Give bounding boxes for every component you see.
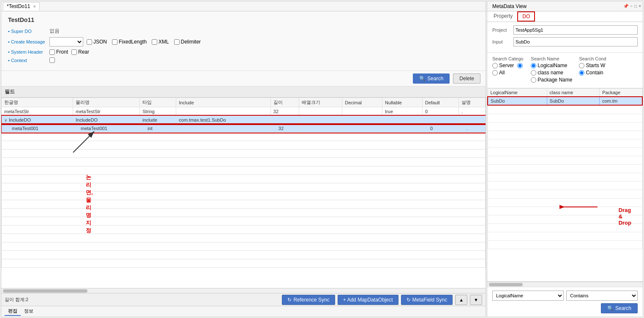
property-tab[interactable]: Property bbox=[489, 11, 517, 22]
project-input[interactable] bbox=[513, 25, 638, 35]
tab-edit[interactable]: 편집 bbox=[5, 307, 21, 316]
move-up-button[interactable]: ▲ bbox=[455, 295, 467, 305]
metafield-sync-button[interactable]: ↻ MetaField Sync bbox=[401, 295, 453, 305]
context-checkbox[interactable] bbox=[49, 57, 55, 63]
right-table-row-empty bbox=[488, 190, 642, 198]
table-row-child[interactable]: metaTest001 metaTest001 int 32 0 . bbox=[2, 124, 486, 133]
xml-checkbox[interactable]: XML bbox=[152, 39, 169, 45]
cell-nullable bbox=[382, 124, 423, 133]
right-panel: MetaData View 📌 − □ × Property DO Projec… bbox=[487, 1, 643, 317]
right-search-button[interactable]: 🔍 Search bbox=[601, 303, 638, 313]
col-length: 길이 bbox=[270, 98, 299, 107]
table-row-empty bbox=[2, 166, 486, 175]
sync-icon: ↻ bbox=[287, 297, 292, 303]
close-icon[interactable]: × bbox=[639, 4, 641, 8]
table-row-empty bbox=[2, 141, 486, 149]
do-tab[interactable]: DO bbox=[517, 11, 535, 22]
cell-arraysize bbox=[299, 107, 342, 116]
front-checkbox[interactable]: Front bbox=[49, 49, 68, 55]
search-cond-label: Search Cond bbox=[579, 56, 606, 61]
minimize-icon[interactable]: − bbox=[630, 4, 633, 8]
expand-icon: ∨ bbox=[4, 118, 7, 122]
right-form: Project Input bbox=[487, 22, 643, 53]
search-field-select[interactable]: LogicalName class name Package Name bbox=[492, 291, 564, 301]
search-action-row: 🔍 Search bbox=[492, 303, 638, 313]
input-row: Input bbox=[492, 37, 638, 46]
context-label: • Context bbox=[8, 58, 46, 63]
cell-hangeul: metaTest001 bbox=[2, 124, 73, 133]
search-cond-select[interactable]: Contains Starts With Equals bbox=[566, 291, 638, 301]
logical-name-radio[interactable]: LogicalName bbox=[531, 63, 567, 68]
reference-sync-button[interactable]: ↻ Reference Sync bbox=[282, 295, 335, 305]
add-mapdata-button[interactable]: + Add MapDataObject bbox=[338, 295, 398, 305]
cell-hangeul: ∨IncludeDO bbox=[2, 116, 73, 124]
cell-nullable: true bbox=[382, 107, 423, 116]
super-do-label: • Super DO bbox=[8, 29, 46, 34]
search-button[interactable]: 🔍 Search bbox=[413, 73, 450, 84]
class-name-radio[interactable]: class name bbox=[531, 70, 563, 76]
table-row-empty bbox=[2, 209, 486, 217]
delete-button[interactable]: Delete bbox=[453, 73, 480, 84]
hscroll-thumb bbox=[3, 289, 87, 293]
move-down-button[interactable]: ▼ bbox=[470, 295, 482, 305]
cell-physical: metaTest001 bbox=[73, 124, 140, 133]
right-table-row-empty bbox=[488, 147, 642, 156]
all-radio[interactable]: All bbox=[492, 70, 505, 76]
contains-radio[interactable]: Contain bbox=[579, 70, 603, 76]
col-hangeul: 한글명 bbox=[2, 98, 73, 107]
starts-with-radio[interactable]: Starts W bbox=[579, 63, 605, 68]
col-arraysize: 배열크기 bbox=[299, 98, 342, 107]
table-row-selected[interactable]: ∨IncludeDO IncludeDO include com.tmax.te… bbox=[2, 116, 486, 124]
table-row[interactable]: metaTestStr metaTestStr String 32 true 0… bbox=[2, 107, 486, 116]
hscroll-bar[interactable] bbox=[1, 288, 486, 293]
input-field[interactable] bbox=[513, 37, 638, 46]
cell-arraysize bbox=[299, 116, 342, 124]
cell-include bbox=[176, 107, 270, 116]
right-table-row-empty bbox=[488, 139, 642, 147]
pin-icon[interactable]: 📌 bbox=[623, 4, 628, 8]
col-decimal: Decimal bbox=[342, 98, 382, 107]
fields-table-container[interactable]: 한글명 물리명 타입 Include 길이 배열크기 Decimal Nulla… bbox=[1, 98, 486, 288]
right-table-row-empty bbox=[488, 215, 642, 223]
right-table-row-selected[interactable]: SubDo SubDo com.tm bbox=[488, 97, 642, 105]
table-row-empty bbox=[2, 234, 486, 242]
table-row-empty bbox=[2, 259, 486, 268]
editor-tab[interactable]: *TestDo11 × bbox=[3, 2, 40, 11]
server-checked-radio[interactable] bbox=[517, 63, 524, 68]
search-category-group: Search Catego Server bbox=[492, 56, 524, 83]
delimiter-checkbox[interactable]: Delimiter bbox=[174, 39, 201, 45]
rear-checkbox[interactable]: Rear bbox=[71, 49, 89, 55]
right-table-row-empty bbox=[488, 156, 642, 164]
tab-info[interactable]: 정보 bbox=[21, 307, 37, 316]
rt-col-logical: LogicalName bbox=[488, 89, 547, 97]
fields-section: 필드 한글명 물리명 타입 Include 길이 배열크기 Dec bbox=[1, 87, 486, 293]
table-row-empty bbox=[2, 133, 486, 141]
cell-default: 0 bbox=[422, 124, 458, 133]
tab-close-icon[interactable]: × bbox=[33, 4, 36, 9]
right-hscroll-thumb bbox=[489, 283, 523, 286]
bottom-bar: 길이 합계:2 ↻ Reference Sync + Add MapDataOb… bbox=[1, 293, 486, 306]
project-label: Project bbox=[492, 27, 513, 33]
bottom-buttons: ↻ Reference Sync + Add MapDataObject ↻ M… bbox=[282, 295, 482, 305]
editor-title: TestDo11 bbox=[8, 16, 479, 23]
bottom-count: 길이 합계:2 bbox=[5, 296, 28, 303]
package-name-radio-group: Package Name bbox=[531, 77, 572, 83]
fields-header: 필드 bbox=[1, 87, 486, 98]
cell-desc: . bbox=[459, 107, 486, 116]
right-bottom-section: LogicalName class name Package Name Cont… bbox=[487, 287, 643, 317]
rt-col-package: Package bbox=[600, 89, 642, 97]
sync2-icon: ↻ bbox=[407, 297, 411, 303]
front-rear-group: Front Rear bbox=[49, 49, 89, 55]
package-name-radio[interactable]: Package Name bbox=[531, 77, 572, 83]
cell-hangeul: metaTestStr bbox=[2, 107, 73, 116]
right-hscroll[interactable] bbox=[487, 282, 643, 287]
create-message-select[interactable] bbox=[49, 37, 83, 46]
cell-physical: IncludeDO bbox=[73, 116, 140, 124]
maximize-icon[interactable]: □ bbox=[634, 4, 637, 8]
fixedlength-checkbox[interactable]: FixedLength bbox=[112, 39, 147, 45]
cell-default: 0 bbox=[422, 107, 458, 116]
create-message-label: • Create Message bbox=[8, 39, 46, 44]
right-table-container[interactable]: LogicalName class name Package SubDo Sub… bbox=[487, 88, 643, 282]
server-radio[interactable]: Server bbox=[492, 63, 514, 68]
json-checkbox[interactable]: JSON bbox=[87, 39, 107, 45]
